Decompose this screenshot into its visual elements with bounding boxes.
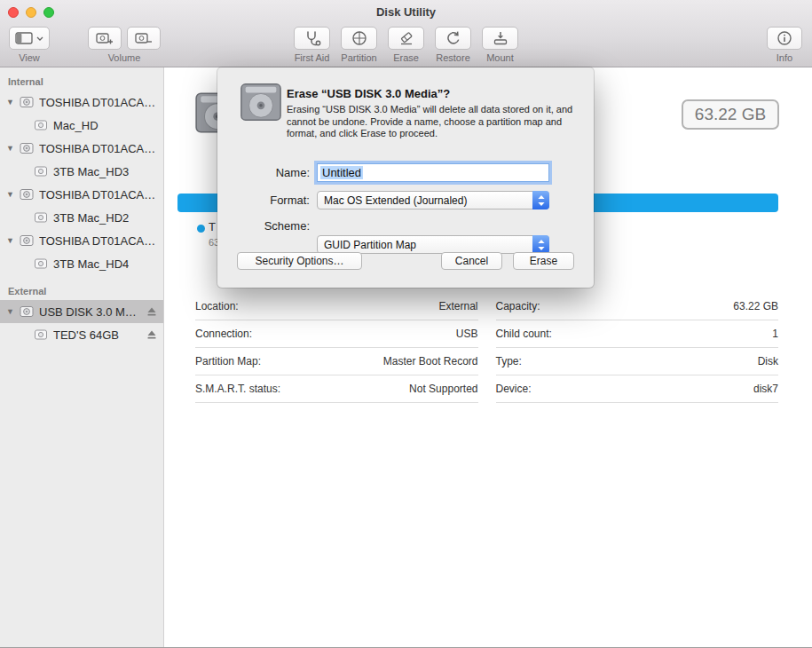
window-header: Disk Utility View Volume	[0, 0, 812, 67]
name-label: Name:	[225, 163, 310, 182]
detail-label: Type:	[496, 355, 522, 367]
sidebar-item-3tb-mac-hd3[interactable]: 3TB Mac_HD3	[0, 160, 163, 183]
format-dropdown[interactable]: Mac OS Extended (Journaled)	[317, 191, 549, 209]
scheme-label: Scheme:	[225, 217, 310, 235]
eject-icon[interactable]	[146, 329, 157, 340]
legend-volume-name: T	[209, 220, 216, 233]
sidebar-section-internal: Internal	[0, 73, 163, 91]
sidebar-item-label: 3TB Mac_HD3	[53, 165, 129, 178]
detail-label: Capacity:	[496, 300, 540, 312]
info-icon	[777, 30, 792, 46]
table-row: S.M.A.R.T. status: Not Supported	[195, 375, 478, 403]
sidebar-item-toshiba-4[interactable]: ▼ TOSHIBA DT01ACA…	[0, 229, 163, 252]
details-left-column: Location: External Connection: USB Parti…	[195, 293, 478, 403]
window-title: Disk Utility	[0, 5, 812, 19]
sidebar-item-toshiba-2[interactable]: ▼ TOSHIBA DT01ACA…	[0, 137, 163, 160]
disclosure-triangle-icon[interactable]: ▼	[6, 98, 14, 107]
table-row: Child count: 1	[496, 320, 779, 348]
restore-label: Restore	[436, 52, 470, 63]
first-aid-control: First Aid	[294, 27, 330, 63]
first-aid-button[interactable]	[294, 27, 330, 50]
table-row: Partition Map: Master Boot Record	[195, 348, 478, 375]
name-input[interactable]: Untitled	[317, 163, 549, 182]
eraser-icon	[398, 30, 414, 46]
table-row: Type: Disk	[496, 348, 779, 375]
sidebar-item-usb-disk[interactable]: ▼ USB DISK 3.0 M…	[0, 300, 163, 323]
table-row: Capacity: 63.22 GB	[496, 293, 779, 320]
detail-value: USB	[456, 328, 478, 340]
disclosure-triangle-icon[interactable]: ▼	[6, 144, 14, 153]
mount-button[interactable]	[482, 27, 518, 50]
restore-button[interactable]	[435, 27, 471, 50]
details-table: Location: External Connection: USB Parti…	[195, 293, 778, 403]
sidebar-item-3tb-mac-hd2[interactable]: 3TB Mac_HD2	[0, 206, 163, 229]
dropdown-stepper	[532, 235, 549, 254]
volume-remove-icon	[135, 31, 153, 45]
view-button[interactable]	[9, 27, 50, 50]
detail-label: Connection:	[195, 328, 252, 340]
erase-label: Erase	[393, 52, 419, 63]
sidebar-item-mac-hd[interactable]: Mac_HD	[0, 114, 163, 137]
mount-label: Mount	[486, 52, 514, 63]
details-right-column: Capacity: 63.22 GB Child count: 1 Type: …	[496, 293, 779, 403]
detail-value: 1	[772, 328, 778, 340]
view-control: View	[9, 27, 50, 63]
sidebar-item-label: TOSHIBA DT01ACA…	[39, 188, 155, 202]
volume-icon	[34, 328, 48, 342]
toolbar-actions: First Aid Partition Erase Restore	[294, 27, 518, 63]
info-button[interactable]	[767, 27, 802, 50]
partition-button[interactable]	[341, 27, 377, 50]
detail-value: Not Supported	[409, 383, 477, 395]
disclosure-triangle-icon[interactable]: ▼	[6, 236, 14, 245]
chevron-down-icon	[36, 36, 43, 41]
remove-volume-button[interactable]	[127, 27, 161, 50]
format-selected-value: Mac OS Extended (Journaled)	[318, 194, 467, 207]
hard-drive-icon	[239, 80, 283, 124]
volume-icon	[34, 210, 48, 225]
sidebar-item-toshiba-1[interactable]: ▼ TOSHIBA DT01ACA…	[0, 91, 163, 114]
detail-value: Disk	[758, 355, 778, 367]
sidebar-section-external: External	[0, 282, 163, 300]
disk-icon	[20, 95, 34, 109]
scheme-selected-value: GUID Partition Map	[318, 239, 416, 251]
detail-label: Location:	[195, 300, 239, 312]
dialog-title: Erase “USB DISK 3.0 Media”?	[287, 87, 450, 100]
capacity-badge: 63.22 GB	[682, 99, 779, 130]
add-volume-button[interactable]	[88, 27, 122, 50]
detail-value: Master Boot Record	[383, 355, 478, 367]
sidebar-item-toshiba-3[interactable]: ▼ TOSHIBA DT01ACA…	[0, 183, 163, 206]
disclosure-triangle-icon[interactable]: ▼	[6, 307, 14, 316]
detail-label: S.M.A.R.T. status:	[195, 383, 280, 395]
view-pane-icon	[15, 32, 33, 44]
sidebar-item-3tb-mac-hd4[interactable]: 3TB Mac_HD4	[0, 252, 163, 275]
disk-icon	[20, 141, 34, 155]
sidebar-item-label: TOSHIBA DT01ACA…	[39, 142, 155, 155]
up-down-chevrons-icon	[537, 239, 546, 251]
sidebar-item-label: 3TB Mac_HD2	[53, 211, 129, 225]
volume-icon	[34, 118, 48, 132]
sidebar-item-label: 3TB Mac_HD4	[53, 257, 129, 271]
volume-icon	[34, 257, 48, 271]
security-options-button[interactable]: Security Options…	[237, 252, 362, 270]
format-label: Format:	[225, 191, 310, 209]
info-label: Info	[777, 52, 792, 63]
legend-dot-icon	[197, 225, 205, 233]
erase-confirm-button[interactable]: Erase	[513, 252, 574, 270]
scheme-dropdown[interactable]: GUID Partition Map	[317, 235, 549, 254]
name-input-selected-text: Untitled	[320, 166, 363, 179]
stethoscope-icon	[304, 30, 321, 46]
sidebar-item-teds-64gb[interactable]: TED'S 64GB	[0, 323, 163, 346]
detail-label: Partition Map:	[195, 355, 261, 367]
eject-icon[interactable]	[146, 306, 157, 317]
view-label: View	[19, 52, 40, 63]
restore-arrow-icon	[445, 30, 461, 46]
sidebar-item-label: TOSHIBA DT01ACA…	[39, 96, 155, 109]
up-down-chevrons-icon	[537, 194, 546, 207]
volume-icon	[34, 164, 48, 178]
disclosure-triangle-icon[interactable]: ▼	[6, 190, 14, 199]
erase-button[interactable]	[388, 27, 424, 50]
detail-value: External	[438, 300, 477, 312]
cancel-button[interactable]: Cancel	[441, 252, 502, 270]
mount-icon	[493, 30, 508, 46]
first-aid-label: First Aid	[295, 52, 330, 63]
